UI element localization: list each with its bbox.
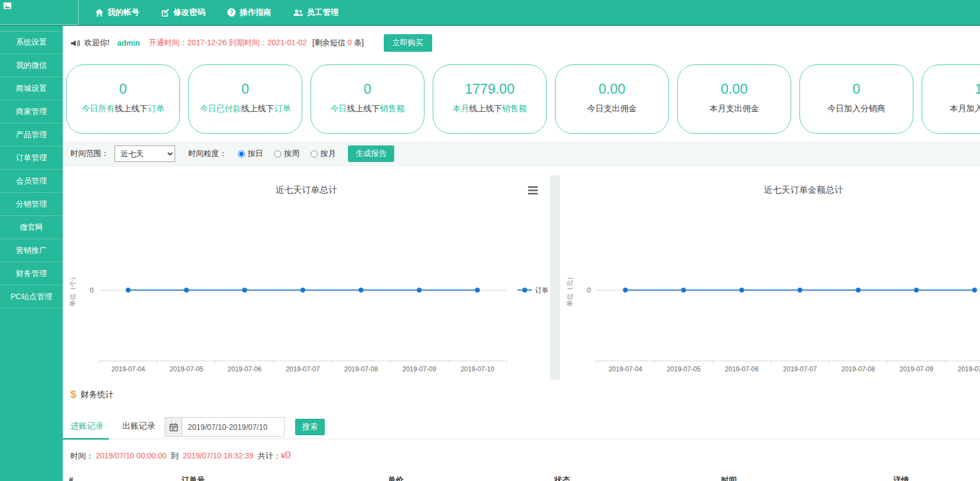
radio-weekly[interactable] [274, 150, 281, 158]
records-table-header: # 订单号 单价 状态 时间 详情 [63, 472, 980, 481]
sidebar-item-system-settings[interactable]: 系统设置 [0, 31, 63, 54]
date-range-group [165, 417, 285, 437]
search-button[interactable]: 搜索 [295, 419, 325, 435]
stat-label: 今日所有线上线下订单 [67, 104, 179, 114]
stat-value: 0 [311, 79, 424, 98]
granularity-option-daily[interactable]: 按日 [238, 149, 263, 159]
granularity-option-weekly[interactable]: 按周 [274, 149, 300, 159]
granularity-option-monthly[interactable]: 按月 [311, 149, 336, 159]
svg-text:2019-07-08: 2019-07-08 [344, 365, 378, 373]
col-status: 状态 [554, 475, 570, 481]
sidebar-item-mall-settings[interactable]: 商城设置 [0, 77, 63, 100]
radio-daily[interactable] [238, 150, 245, 158]
sidebar-item-label: 分销管理 [16, 199, 47, 209]
sidebar-item-label: 订单管理 [16, 153, 47, 163]
sidebar-item-product-mgmt[interactable]: 产品管理 [0, 123, 63, 147]
total-label: 共计： [258, 451, 281, 461]
buy-now-button[interactable]: 立即购买 [384, 34, 432, 52]
svg-text:2019-07-09: 2019-07-09 [900, 365, 934, 373]
sidebar-item-label: 产品管理 [16, 130, 47, 140]
nav-item-staff[interactable]: 员工管理 [293, 7, 339, 18]
sidebar-item-micro-site[interactable]: 微官网 [0, 216, 63, 239]
stat-label: 今日线上线下销售额 [311, 104, 424, 114]
report-filter-bar: 时间范围： 近七天 时间粒度： 按日 按周 按月 生成报告 [63, 141, 980, 166]
sidebar-item-label: 营销推广 [16, 246, 47, 256]
sidebar-item-distribution-mgmt[interactable]: 分销管理 [0, 193, 63, 216]
order-amount-chart-panel: 近七天订单金额总计 2019-07-042019-07-052019-07-06… [560, 175, 980, 380]
tab-income-records[interactable]: 进账记录 [70, 421, 104, 431]
stat-label-pre: 今日已付款 [200, 104, 241, 113]
sms-suffix: 条] [352, 38, 364, 47]
users-icon [293, 9, 303, 17]
sidebar-item-member-mgmt[interactable]: 会员管理 [0, 170, 63, 193]
svg-text:2019-07-06: 2019-07-06 [725, 365, 759, 373]
stat-label: 今日加入分销商 [800, 104, 913, 114]
stat-label: 今日支出佣金 [556, 104, 668, 114]
sidebar-item-label: 系统设置 [16, 37, 47, 47]
stat-card-month-distributors: 1 本月加入分销商 [922, 64, 980, 134]
calendar-icon [170, 423, 178, 431]
svg-text:0: 0 [587, 287, 591, 294]
svg-text:?: ? [230, 9, 233, 15]
stat-label-post: 销售额 [502, 104, 527, 113]
radio-label: 按月 [320, 149, 336, 159]
sidebar: 系统设置 我的微信 商城设置 商家管理 产品管理 订单管理 会员管理 分销管理 … [0, 26, 63, 481]
sidebar-item-label: 商城设置 [16, 84, 47, 94]
calendar-addon[interactable] [165, 417, 182, 437]
date-range-input[interactable] [182, 417, 285, 437]
finance-title-text: 财务统计 [81, 390, 114, 400]
stat-label: 本月线上线下销售额 [433, 104, 546, 114]
active-tab-underline [63, 438, 109, 440]
charts-region: 近七天订单总计 2019-07-042019-07-052019-07-0620… [63, 175, 980, 380]
nav-item-label: 操作指南 [239, 7, 271, 18]
top-navbar: 我的帐号 修改密码 ? 操作指南 员工管理 [0, 0, 980, 26]
welcome-bar: 欢迎你! admin 开通时间：2017-12-26 到期时间：2021-01-… [63, 26, 980, 60]
granularity-label: 时间粒度： [188, 149, 227, 159]
nav-item-my-account[interactable]: 我的帐号 [95, 7, 139, 18]
stat-value: 0 [800, 79, 913, 98]
stat-label: 今日已付款线上线下订单 [189, 104, 302, 114]
time-from: 2019/07/10 00:00:00 [96, 451, 166, 460]
stat-cards-row: 0 今日所有线上线下订单 0 今日已付款线上线下订单 0 今日线上线下销售额 1… [66, 64, 980, 135]
stat-value: 0 [67, 79, 179, 98]
sidebar-item-pc-site-mgmt[interactable]: PC站点管理 [0, 285, 63, 309]
sidebar-item-marketing[interactable]: 营销推广 [0, 239, 63, 262]
question-icon: ? [227, 8, 236, 17]
sidebar-item-merchant-mgmt[interactable]: 商家管理 [0, 100, 63, 123]
stat-card-today-all-orders: 0 今日所有线上线下订单 [66, 64, 180, 134]
sidebar-item-label: 财务管理 [16, 269, 47, 279]
svg-text:订单: 订单 [535, 287, 548, 294]
sms-prefix: [剩余短信 [312, 38, 347, 47]
total-value: 0 [285, 450, 291, 461]
sms-remaining: [剩余短信 0 条] [312, 38, 363, 48]
finance-section-title: $ 财务统计 [70, 388, 114, 401]
account-period: 开通时间：2017-12-26 到期时间：2021-01-02 [149, 38, 307, 48]
stat-card-today-commission: 0.00 今日支出佣金 [555, 64, 669, 134]
svg-text:2019-07-07: 2019-07-07 [286, 365, 320, 373]
nav-item-label: 员工管理 [307, 7, 339, 18]
sidebar-item-my-wechat[interactable]: 我的微信 [0, 54, 63, 77]
sidebar-item-order-mgmt[interactable]: 订单管理 [0, 147, 63, 170]
summary-row: 时间： 2019/07/10 00:00:00 到 2019/07/10 18:… [70, 450, 291, 461]
time-range-select[interactable]: 近七天 [115, 145, 175, 162]
svg-text:2019-07-04: 2019-07-04 [608, 365, 643, 373]
stat-label-pre: 本月 [453, 104, 469, 113]
sidebar-item-label: 商家管理 [16, 107, 47, 117]
svg-text:2019-07-10: 2019-07-10 [460, 365, 494, 373]
tab-outgoing-records[interactable]: 出账记录 [122, 421, 155, 431]
sidebar-item-finance-mgmt[interactable]: 财务管理 [0, 262, 63, 285]
chart-canvas: 2019-07-042019-07-052019-07-062019-07-07… [63, 175, 550, 380]
stat-label-mid: 本月支出佣金 [710, 104, 759, 113]
generate-report-button[interactable]: 生成报告 [348, 145, 394, 162]
stat-value: 0.00 [678, 79, 791, 98]
time-label: 时间： [70, 451, 94, 461]
chart-legend[interactable]: 订单 [518, 287, 548, 294]
nav-item-label: 修改密码 [173, 7, 205, 18]
nav-item-guide[interactable]: ? 操作指南 [227, 7, 271, 18]
radio-label: 按日 [248, 149, 263, 159]
to-label: 到 [171, 451, 178, 461]
nav-item-label: 我的帐号 [107, 7, 139, 18]
radio-monthly[interactable] [311, 150, 318, 158]
col-order-no: 订单号 [182, 475, 205, 481]
nav-item-change-password[interactable]: 修改密码 [161, 7, 205, 18]
